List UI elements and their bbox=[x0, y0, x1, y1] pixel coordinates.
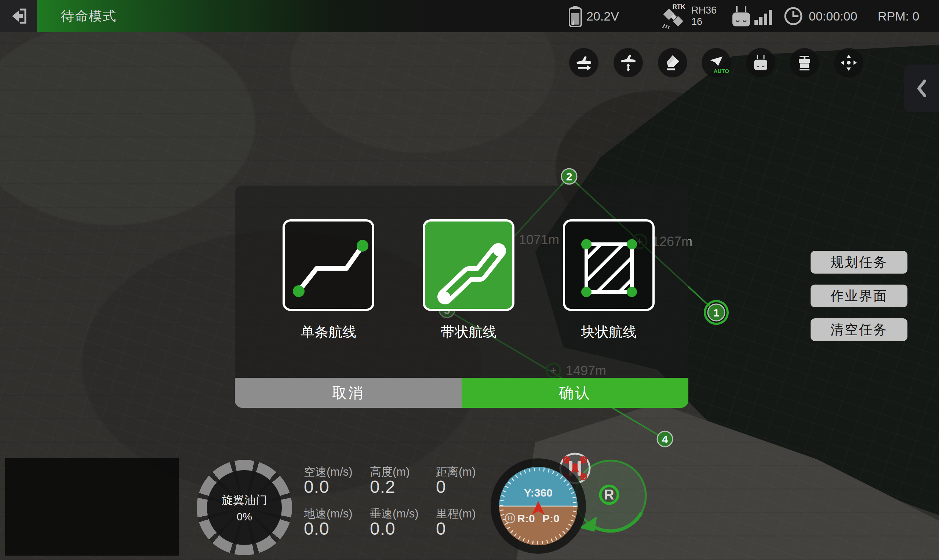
attitude-indicator: Y:360 R:0 P:0 H bbox=[490, 458, 586, 554]
eraser-icon bbox=[664, 54, 682, 72]
distance-value: 0 bbox=[436, 477, 446, 497]
route-type-dialog: 单条航线 带状航线 块状航线 取消 确认 bbox=[235, 186, 688, 408]
cancel-button[interactable]: 取消 bbox=[235, 378, 462, 408]
plane-altitude-button[interactable] bbox=[614, 48, 643, 77]
pump-settings-button[interactable] bbox=[789, 48, 819, 77]
flight-mode-banner: 待命模式 bbox=[37, 0, 429, 32]
eraser-button[interactable] bbox=[658, 48, 687, 77]
signal-bars-icon bbox=[754, 8, 774, 26]
groundspeed-value: 0.0 bbox=[304, 518, 330, 539]
camera-feed[interactable] bbox=[5, 458, 179, 555]
route-label-block: 块状航线 bbox=[554, 323, 664, 342]
throttle-value: 0% bbox=[237, 511, 252, 523]
flight-time: 00:00:00 bbox=[809, 0, 871, 32]
satellite-count: 16 bbox=[691, 16, 717, 28]
throttle-core: 旋翼油门 0% bbox=[207, 470, 282, 545]
chevron-left-icon bbox=[915, 78, 928, 98]
plane-route-button[interactable] bbox=[569, 48, 598, 77]
remote-settings-button[interactable] bbox=[746, 48, 776, 77]
plan-mission-button[interactable]: 规划任务 bbox=[811, 251, 907, 274]
route-option-single[interactable] bbox=[282, 219, 374, 311]
route-option-block[interactable] bbox=[563, 219, 655, 311]
clear-mission-button[interactable]: 清空任务 bbox=[811, 318, 907, 341]
exit-back-icon bbox=[9, 7, 28, 25]
roll-pitch-readout: R:0 P:0 bbox=[517, 512, 559, 525]
yaw-readout: Y:360 bbox=[524, 487, 553, 499]
rpm-readout: RPM: 0 bbox=[878, 0, 936, 32]
battery-voltage: 20.2V bbox=[586, 0, 641, 32]
flight-mode-label: 待命模式 bbox=[61, 7, 117, 25]
back-button[interactable] bbox=[0, 0, 37, 32]
single-route-icon bbox=[285, 222, 372, 309]
route-option-strip[interactable] bbox=[423, 219, 515, 311]
route-label-single: 单条航线 bbox=[273, 323, 384, 342]
airspeed-value: 0.0 bbox=[304, 477, 330, 497]
dpad-icon bbox=[840, 54, 857, 72]
status-bar: 待命模式 20.2V RTK RH36 16 00:00:00 RPM: 0 bbox=[0, 0, 939, 32]
route-label-strip: 带状航线 bbox=[413, 323, 524, 342]
block-route-icon bbox=[565, 222, 652, 309]
throttle-gauge: 旋翼油门 0% bbox=[197, 460, 292, 555]
rtk-badge: RTK bbox=[672, 3, 686, 10]
altitude-value: 0.2 bbox=[370, 477, 396, 497]
plane-vertical-icon bbox=[620, 54, 637, 72]
plane-forward-icon bbox=[575, 54, 593, 72]
ab-auto-mode-button[interactable]: AUTO bbox=[702, 48, 731, 77]
home-heading-letter: H bbox=[508, 515, 512, 522]
gnss-mode: RH36 bbox=[691, 5, 717, 16]
strip-route-icon bbox=[425, 222, 512, 309]
rtk-satellite-icon: RTK bbox=[660, 3, 688, 30]
gnss-status: RH36 16 bbox=[691, 5, 717, 28]
pump-icon bbox=[796, 54, 813, 71]
side-panel-toggle[interactable] bbox=[904, 65, 939, 112]
clock-icon bbox=[784, 6, 803, 26]
remote-controller-icon bbox=[752, 54, 769, 72]
auto-label: AUTO bbox=[714, 68, 729, 74]
throttle-label: 旋翼油门 bbox=[222, 492, 267, 508]
vspeed-value: 0.0 bbox=[370, 518, 396, 539]
mileage-value: 0 bbox=[436, 518, 446, 539]
pan-dpad-button[interactable] bbox=[834, 48, 863, 77]
remote-controller-icon bbox=[729, 5, 753, 28]
confirm-button[interactable]: 确认 bbox=[462, 378, 688, 408]
work-screen-button[interactable]: 作业界面 bbox=[811, 285, 907, 307]
battery-icon bbox=[568, 6, 583, 27]
